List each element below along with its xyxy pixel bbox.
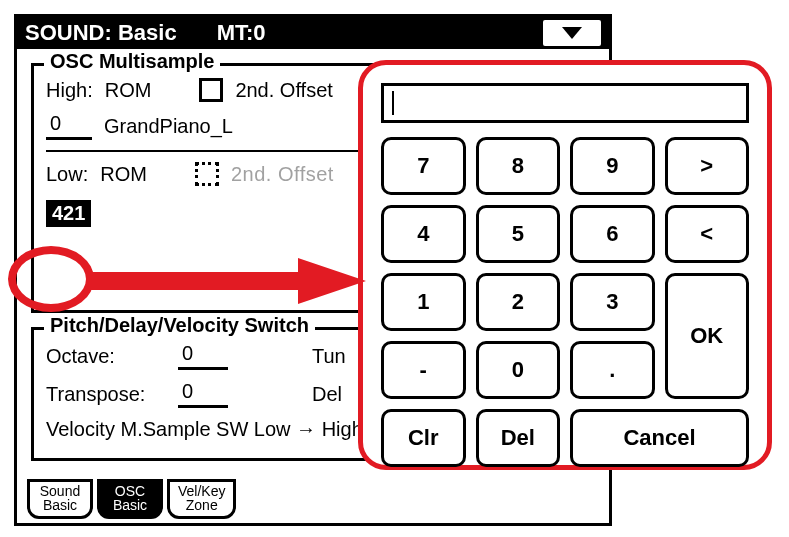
tab-label: Vel/Key [178,484,225,498]
octave-label: Octave: [46,345,166,368]
key-6[interactable]: 6 [570,205,655,263]
tab-sound-basic[interactable]: Sound Basic [27,479,93,519]
low-2nd-offset-checkbox[interactable] [195,162,219,186]
numeric-keypad: 7 8 9 > 4 5 6 < 1 2 3 OK - 0 . Clr Del C… [358,60,772,470]
velocity-switch-text: Velocity M.Sample SW Low → High [46,418,363,441]
sound-label: SOUND: [25,20,112,46]
octave-field[interactable]: 0 [178,342,228,370]
svg-marker-0 [562,27,582,39]
low-index-field[interactable]: 421 [46,200,91,227]
key-minus[interactable]: - [381,341,466,399]
tab-label: Basic [38,498,82,512]
high-index-field[interactable]: 0 [46,112,92,140]
high-multisample-name[interactable]: GrandPiano_L [104,115,233,138]
tab-bar: Sound Basic OSC Basic Vel/Key Zone [27,479,236,519]
tab-vel-key-zone[interactable]: Vel/Key Zone [167,479,236,519]
title-bar: SOUND: Basic MT: 0 [17,17,609,49]
pitch-legend: Pitch/Delay/Velocity Switch [44,314,315,337]
chevron-down-icon [561,26,583,40]
key-3[interactable]: 3 [570,273,655,331]
title-dropdown[interactable] [543,20,601,46]
key-ok[interactable]: OK [665,273,750,399]
delay-partial-label: Del [312,383,342,406]
key-cancel[interactable]: Cancel [570,409,749,467]
osc-high-source[interactable]: ROM [105,79,152,102]
tab-label: Zone [178,498,225,512]
key-0[interactable]: 0 [476,341,561,399]
key-8[interactable]: 8 [476,137,561,195]
osc-legend: OSC Multisample [44,50,220,73]
keypad-display[interactable] [381,83,749,123]
tab-label: OSC [108,484,152,498]
transpose-label: Transpose: [46,383,166,406]
low-2nd-offset-label: 2nd. Offset [231,163,334,186]
key-clear[interactable]: Clr [381,409,466,467]
key-2[interactable]: 2 [476,273,561,331]
key-7[interactable]: 7 [381,137,466,195]
osc-low-source[interactable]: ROM [100,163,147,186]
key-prev[interactable]: < [665,205,750,263]
tab-label: Basic [108,498,152,512]
cursor-icon [392,91,394,115]
key-1[interactable]: 1 [381,273,466,331]
tune-partial-label: Tun [312,345,346,368]
key-9[interactable]: 9 [570,137,655,195]
osc-low-label: Low: [46,163,88,186]
key-next[interactable]: > [665,137,750,195]
tab-label: Sound [38,484,82,498]
tab-osc-basic[interactable]: OSC Basic [97,479,163,519]
high-2nd-offset-label: 2nd. Offset [235,79,332,102]
sound-name: Basic [118,20,177,46]
key-4[interactable]: 4 [381,205,466,263]
osc-high-label: High: [46,79,93,102]
transpose-field[interactable]: 0 [178,380,228,408]
key-dot[interactable]: . [570,341,655,399]
mt-value: 0 [253,20,265,46]
mt-label: MT: [217,20,254,46]
high-2nd-offset-checkbox[interactable] [199,78,223,102]
key-delete[interactable]: Del [476,409,561,467]
key-5[interactable]: 5 [476,205,561,263]
